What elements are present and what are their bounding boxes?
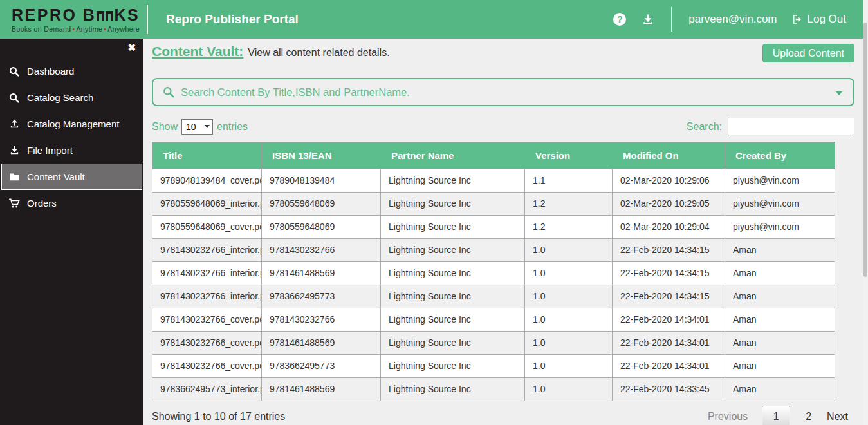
- help-icon[interactable]: ?: [613, 13, 626, 26]
- download-icon[interactable]: [642, 13, 654, 26]
- cell-partner: Lightning Source Inc: [381, 193, 525, 216]
- table-header-row: Title ISBN 13/EAN Partner Name Version M…: [152, 142, 835, 169]
- cell-isbn: 9783662495773: [262, 285, 381, 308]
- scrollbar-thumb[interactable]: [863, 23, 867, 277]
- sidebar-item-catalog-management[interactable]: Catalog Management: [1, 111, 142, 137]
- cell-created: Aman: [725, 262, 835, 285]
- cell-version: 1.0: [525, 262, 613, 285]
- cell-isbn: 9789048139484: [262, 169, 381, 193]
- page-length-value: 10: [186, 122, 196, 132]
- sidebar-item-label: Content Vault: [27, 171, 85, 182]
- content-table: Title ISBN 13/EAN Partner Name Version M…: [152, 142, 835, 401]
- logo-tagline: Books on Demand•Anytime•Anywhere: [12, 25, 140, 33]
- cell-modified: 02-Mar-2020 10:29:06: [613, 169, 725, 193]
- cell-modified: 22-Feb-2020 14:34:15: [613, 285, 725, 308]
- chevron-down-icon: [205, 125, 210, 128]
- cell-isbn: 9781461488569: [262, 332, 381, 355]
- pagination-previous-button[interactable]: Previous: [708, 411, 748, 422]
- cell-version: 1.2: [525, 193, 613, 216]
- repro-books-logo: REPRO BKS Books on Demand•Anytime•Anywhe…: [12, 6, 140, 33]
- sidebar-item-label: File Import: [27, 145, 73, 156]
- cell-partner: Lightning Source Inc: [381, 239, 525, 262]
- column-header-version[interactable]: Version: [525, 142, 613, 169]
- cell-created: Aman: [725, 355, 835, 378]
- cell-modified: 22-Feb-2020 14:34:15: [613, 262, 725, 285]
- upload-icon: [8, 118, 21, 129]
- sidebar-item-file-import[interactable]: File Import: [1, 137, 142, 164]
- main-content: Content Vault: View all content related …: [143, 39, 863, 425]
- sidebar-item-orders[interactable]: Orders: [1, 190, 142, 216]
- cell-isbn: 9780559648069: [262, 216, 381, 239]
- sidebar-item-label: Orders: [27, 198, 57, 209]
- chevron-down-icon: [836, 91, 842, 95]
- cell-version: 1.0: [525, 332, 613, 355]
- cell-partner: Lightning Source Inc: [381, 169, 525, 193]
- close-icon[interactable]: ✖: [127, 42, 136, 53]
- table-row[interactable]: 9781430232766_interior.pdf 9781461488569…: [152, 262, 835, 285]
- cell-version: 1.0: [525, 239, 613, 262]
- table-row[interactable]: 9783662495773_interior.pdf 9781461488569…: [152, 378, 835, 401]
- column-header-title[interactable]: Title: [152, 142, 262, 169]
- cell-title: 9780559648069_cover.pdf: [152, 216, 262, 239]
- cell-title: 9781430232766_interior.pdf: [152, 285, 262, 308]
- cell-isbn: 9781430232766: [262, 239, 381, 262]
- cell-created: piyush@vin.com: [725, 193, 835, 216]
- sidebar-item-label: Catalog Management: [27, 118, 119, 129]
- column-header-partner[interactable]: Partner Name: [381, 142, 525, 169]
- sidebar-item-label: Catalog Search: [27, 92, 93, 103]
- table-row[interactable]: 9780559648069_cover.pdf 9780559648069 Li…: [152, 216, 835, 239]
- logout-button[interactable]: Log Out: [791, 13, 847, 26]
- cell-created: piyush@vin.com: [725, 169, 835, 193]
- table-row[interactable]: 9789048139484_cover.pdf 9789048139484 Li…: [152, 169, 835, 193]
- cell-modified: 02-Mar-2020 10:29:05: [613, 193, 725, 216]
- search-icon: [8, 66, 21, 77]
- column-header-isbn[interactable]: ISBN 13/EAN: [262, 142, 381, 169]
- cell-partner: Lightning Source Inc: [381, 262, 525, 285]
- vertical-scrollbar[interactable]: [863, 0, 868, 425]
- cell-version: 1.1: [525, 169, 613, 193]
- sidebar-item-content-vault[interactable]: Content Vault: [1, 164, 142, 190]
- table-row[interactable]: 9780559648069_interior.pdf 9780559648069…: [152, 193, 835, 216]
- page-subtitle: View all content related details.: [248, 47, 389, 59]
- sidebar: ✖ Dashboard Catalog Search Catalog Manag…: [0, 39, 143, 425]
- cell-title: 9781430232766_interior.pdf: [152, 262, 262, 285]
- cell-version: 1.0: [525, 355, 613, 378]
- cell-partner: Lightning Source Inc: [381, 285, 525, 308]
- cell-modified: 02-Mar-2020 10:29:04: [613, 216, 725, 239]
- cell-version: 1.0: [525, 308, 613, 332]
- download-icon: [8, 145, 21, 156]
- column-header-created[interactable]: Created By: [725, 142, 835, 169]
- pagination-page-1-button[interactable]: 1: [762, 406, 790, 425]
- cell-title: 9781430232766_cover.pdf: [152, 355, 262, 378]
- cell-modified: 22-Feb-2020 14:33:45: [613, 378, 725, 401]
- cell-created: Aman: [725, 308, 835, 332]
- cell-modified: 22-Feb-2020 14:34:15: [613, 239, 725, 262]
- table-row[interactable]: 9781430232766_interior.pdf 9783662495773…: [152, 285, 835, 308]
- content-search-dropdown[interactable]: Search Content By Title,ISBN and Partner…: [152, 78, 854, 106]
- header-divider: [147, 5, 148, 34]
- sidebar-item-catalog-search[interactable]: Catalog Search: [1, 84, 142, 111]
- sidebar-item-label: Dashboard: [27, 66, 74, 77]
- pagination-next-button[interactable]: Next: [827, 411, 848, 422]
- user-email: parveen@vin.com: [688, 13, 777, 26]
- tagline-dot: •: [72, 25, 75, 33]
- sidebar-item-dashboard[interactable]: Dashboard: [1, 58, 142, 84]
- table-row[interactable]: 9781430232766_interior.pdf 9781430232766…: [152, 239, 835, 262]
- pagination-page-2-button[interactable]: 2: [806, 411, 811, 422]
- entries-label: entries: [217, 121, 248, 133]
- table-row[interactable]: 9781430232766_cover.pdf 9781461488569 Li…: [152, 332, 835, 355]
- cell-version: 1.0: [525, 378, 613, 401]
- table-search-input[interactable]: [728, 118, 854, 135]
- cell-partner: Lightning Source Inc: [381, 332, 525, 355]
- cell-created: Aman: [725, 239, 835, 262]
- page-length-select[interactable]: 10: [181, 119, 213, 135]
- column-header-modified[interactable]: Modified On: [613, 142, 725, 169]
- cell-isbn: 9781430232766: [262, 308, 381, 332]
- top-header-bar: REPRO BKS Books on Demand•Anytime•Anywhe…: [0, 0, 863, 39]
- upload-content-button[interactable]: Upload Content: [762, 44, 854, 62]
- cell-created: piyush@vin.com: [725, 216, 835, 239]
- search-icon: [8, 92, 21, 104]
- table-row[interactable]: 9781430232766_cover.pdf 9781430232766 Li…: [152, 308, 835, 332]
- cell-created: Aman: [725, 332, 835, 355]
- table-row[interactable]: 9781430232766_cover.pdf 9783662495773 Li…: [152, 355, 835, 378]
